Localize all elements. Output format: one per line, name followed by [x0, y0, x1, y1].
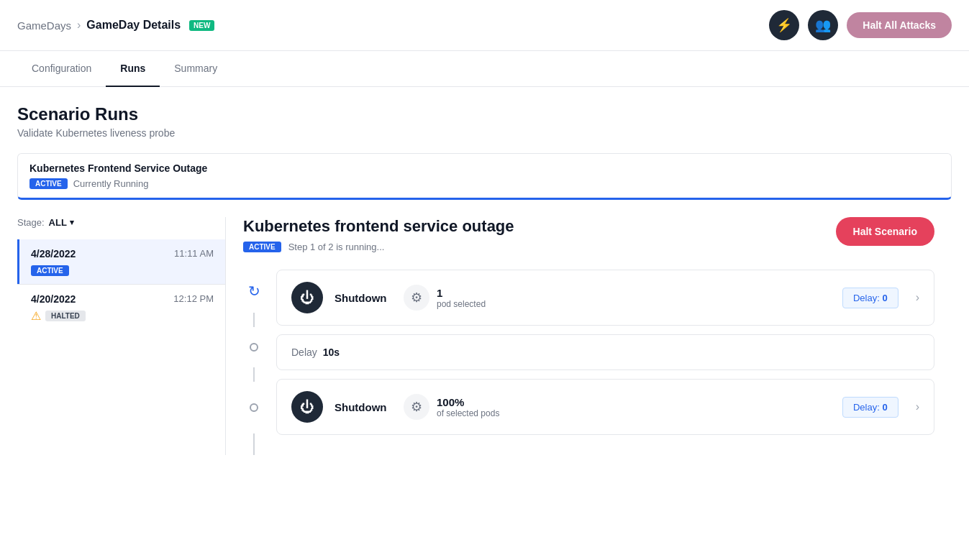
delay-step: Delay 10s	[276, 334, 934, 370]
users-icon: 👥	[815, 17, 831, 33]
tab-summary[interactable]: Summary	[160, 51, 232, 87]
run-halted-badge: HALTED	[45, 311, 86, 321]
timeline-active-icon: ↻	[248, 270, 260, 313]
header-actions: ⚡ 👥 Halt All Attacks	[769, 10, 952, 40]
delay-badge-2: Delay: 0	[842, 397, 899, 418]
step-card-2[interactable]: ⏻ Shutdown ⚙ 100% of selected pods Delay…	[276, 379, 934, 435]
run-date: 4/28/2022	[31, 248, 76, 260]
run-date-row: 4/28/2022 11:11 AM	[31, 248, 214, 260]
breadcrumb-area: GameDays › GameDay Details NEW	[17, 19, 214, 32]
run-time: 12:12 PM	[173, 293, 214, 305]
timeline-line-2	[253, 367, 255, 382]
run-time: 11:11 AM	[174, 248, 214, 260]
scenario-detail-title: Kubernetes frontend service outage	[243, 217, 514, 236]
target-count-2: 100%	[437, 396, 499, 408]
run-date: 4/20/2022	[31, 293, 76, 305]
halt-all-attacks-button[interactable]: Halt All Attacks	[847, 12, 952, 38]
halt-scenario-button[interactable]: Halt Scenario	[836, 217, 934, 246]
delay-badge-1: Delay: 0	[842, 288, 899, 308]
step-card-1[interactable]: ⏻ Shutdown ⚙ 1 pod selected Delay:	[276, 270, 934, 326]
steps-with-timeline: ↻	[243, 270, 934, 455]
step-name-1: Shutdown	[335, 292, 392, 304]
users-button[interactable]: 👥	[808, 10, 838, 40]
target-label-1: pod selected	[437, 299, 486, 309]
breadcrumb-separator: ›	[77, 19, 81, 32]
step-target-2: ⚙ 100% of selected pods	[404, 394, 831, 420]
main-content: Scenario Runs Validate Kubernetes livene…	[0, 87, 969, 472]
running-text: Step 1 of 2 is running...	[288, 242, 385, 252]
scenario-status-text: Currently Running	[73, 178, 149, 189]
scenario-card[interactable]: Kubernetes Frontend Service Outage ACTIV…	[17, 153, 952, 200]
scenario-active-badge: ACTIVE	[29, 178, 68, 189]
warning-icon: ⚠	[31, 309, 41, 323]
steps-list: ⏻ Shutdown ⚙ 1 pod selected Delay:	[276, 270, 934, 455]
run-item[interactable]: 4/20/2022 12:12 PM ⚠ HALTED	[17, 285, 225, 331]
stage-label: Stage:	[17, 217, 45, 228]
delay-value-1: 0	[882, 293, 887, 303]
stage-value: ALL	[49, 217, 67, 228]
lightning-button[interactable]: ⚡	[769, 10, 799, 40]
content-layout: Stage: ALL ▾ 4/28/2022 11:11 AM ACTIVE 4…	[17, 217, 952, 455]
run-date-row: 4/20/2022 12:12 PM	[31, 293, 214, 305]
page-subtitle: Validate Kubernetes liveness probe	[17, 127, 952, 139]
scenario-status-row: ACTIVE Currently Running	[29, 178, 940, 189]
timeline-column: ↻	[243, 270, 265, 455]
target-count-1: 1	[437, 287, 486, 299]
helm-icon-1: ⚙	[404, 285, 429, 311]
helm-icon-2: ⚙	[404, 394, 429, 420]
new-badge: NEW	[189, 20, 214, 31]
page-title: Scenario Runs	[17, 104, 952, 124]
tab-configuration[interactable]: Configuration	[17, 51, 106, 87]
header: GameDays › GameDay Details NEW ⚡ 👥 Halt …	[0, 0, 969, 51]
chevron-right-icon-1: ›	[916, 291, 919, 304]
timeline-line-3	[253, 433, 255, 455]
run-active-badge: ACTIVE	[31, 265, 69, 276]
target-label-2: of selected pods	[437, 408, 499, 418]
breadcrumb-parent[interactable]: GameDays	[17, 19, 71, 32]
lightning-icon: ⚡	[776, 17, 792, 33]
refresh-icon: ↻	[248, 283, 260, 300]
timeline-dot-delay	[250, 343, 258, 352]
scenario-header: Kubernetes frontend service outage ACTIV…	[243, 217, 934, 252]
target-info-2: 100% of selected pods	[437, 396, 499, 418]
delay-value-2: 0	[882, 402, 887, 413]
delay-duration: 10s	[323, 346, 340, 358]
tabs-bar: Configuration Runs Summary	[0, 51, 969, 87]
timeline-delay-dot-area	[250, 327, 258, 367]
shutdown-icon-2: ⏻	[291, 391, 323, 423]
stage-select[interactable]: ALL ▾	[49, 217, 74, 228]
scenario-detail-status-badge: ACTIVE	[243, 242, 281, 252]
shutdown-icon-1: ⏻	[291, 282, 323, 313]
run-item[interactable]: 4/28/2022 11:11 AM ACTIVE	[17, 239, 225, 284]
step-target-1: ⚙ 1 pod selected	[404, 285, 831, 311]
timeline-dot-step2	[250, 403, 258, 412]
step-name-2: Shutdown	[335, 401, 392, 413]
scenario-status-line: ACTIVE Step 1 of 2 is running...	[243, 242, 514, 252]
chevron-right-icon-2: ›	[916, 400, 919, 413]
scenario-card-name: Kubernetes Frontend Service Outage	[29, 162, 940, 174]
chevron-down-icon: ▾	[70, 218, 74, 227]
tab-runs[interactable]: Runs	[106, 51, 160, 87]
scenario-title-area: Kubernetes frontend service outage ACTIV…	[243, 217, 514, 252]
timeline-line-1	[253, 313, 255, 327]
breadcrumb-current: GameDay Details	[86, 19, 181, 32]
timeline-step2-dot-area	[250, 382, 258, 433]
stage-filter: Stage: ALL ▾	[17, 217, 225, 228]
sidebar: Stage: ALL ▾ 4/28/2022 11:11 AM ACTIVE 4…	[17, 217, 226, 455]
target-info-1: 1 pod selected	[437, 287, 486, 309]
right-panel: Kubernetes frontend service outage ACTIV…	[226, 217, 952, 455]
delay-label: Delay	[291, 346, 317, 358]
